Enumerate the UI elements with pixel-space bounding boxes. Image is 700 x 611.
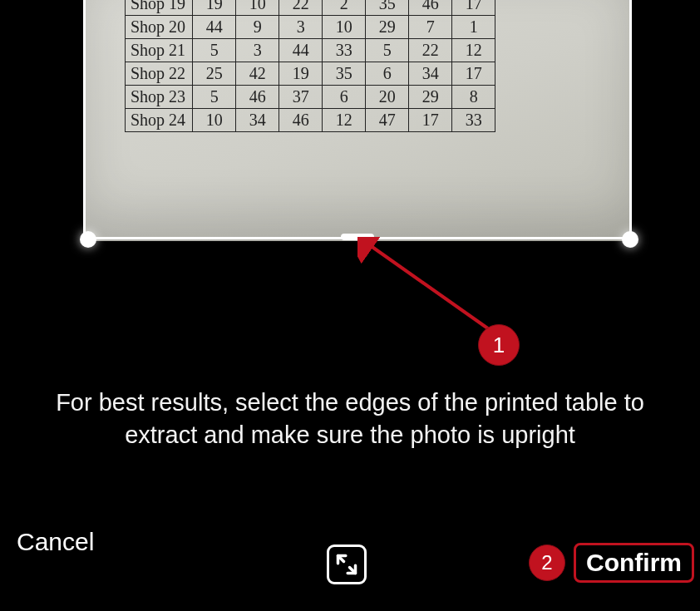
cell: 33 bbox=[323, 39, 366, 62]
cell: 37 bbox=[279, 86, 323, 109]
cell: 19 bbox=[193, 0, 236, 16]
photo-crop-area[interactable]: Shop 19 19 10 22 2 35 46 17 Shop 20 44 9… bbox=[0, 0, 700, 249]
expand-icon bbox=[335, 553, 358, 576]
table-row: Shop 23 5 46 37 6 20 29 8 bbox=[126, 86, 495, 109]
cell: 9 bbox=[236, 16, 279, 39]
cell: 10 bbox=[236, 0, 279, 16]
cell: 7 bbox=[409, 16, 452, 39]
cell: 17 bbox=[452, 0, 495, 16]
table-row: Shop 24 10 34 46 12 47 17 33 bbox=[126, 109, 495, 132]
cell-shop-name: Shop 24 bbox=[126, 109, 193, 132]
cell-shop-name: Shop 19 bbox=[126, 0, 193, 16]
confirm-button[interactable]: Confirm bbox=[574, 543, 694, 583]
scanned-paper: Shop 19 19 10 22 2 35 46 17 Shop 20 44 9… bbox=[83, 0, 632, 241]
cancel-button[interactable]: Cancel bbox=[17, 528, 94, 556]
cell: 8 bbox=[452, 86, 495, 109]
cell: 5 bbox=[193, 86, 236, 109]
cell: 10 bbox=[323, 16, 366, 39]
cell-shop-name: Shop 21 bbox=[126, 39, 193, 62]
cell: 12 bbox=[452, 39, 495, 62]
cell: 35 bbox=[366, 0, 409, 16]
cell: 17 bbox=[409, 109, 452, 132]
crop-handle-corner-br[interactable] bbox=[622, 231, 638, 248]
cell-shop-name: Shop 23 bbox=[126, 86, 193, 109]
annotation-badge-1: 1 bbox=[478, 324, 520, 366]
cell: 44 bbox=[279, 39, 323, 62]
cell: 46 bbox=[236, 86, 279, 109]
cell: 20 bbox=[366, 86, 409, 109]
crop-handle-corner-bl[interactable] bbox=[80, 231, 96, 248]
table-row: Shop 20 44 9 3 10 29 7 1 bbox=[126, 16, 495, 39]
cell: 1 bbox=[452, 16, 495, 39]
instruction-text: For best results, select the edges of th… bbox=[33, 387, 667, 451]
cell: 22 bbox=[409, 39, 452, 62]
cell: 29 bbox=[409, 86, 452, 109]
cell-shop-name: Shop 22 bbox=[126, 62, 193, 86]
cell: 25 bbox=[193, 62, 236, 86]
cell: 17 bbox=[452, 62, 495, 86]
cell: 5 bbox=[193, 39, 236, 62]
cell: 6 bbox=[366, 62, 409, 86]
cell: 10 bbox=[193, 109, 236, 132]
printed-table: Shop 19 19 10 22 2 35 46 17 Shop 20 44 9… bbox=[125, 0, 495, 132]
cell: 46 bbox=[409, 0, 452, 16]
cell: 42 bbox=[236, 62, 279, 86]
cell: 33 bbox=[452, 109, 495, 132]
cell: 35 bbox=[323, 62, 366, 86]
cell: 3 bbox=[279, 16, 323, 39]
cell: 6 bbox=[323, 86, 366, 109]
cell-shop-name: Shop 20 bbox=[126, 16, 193, 39]
cell: 3 bbox=[236, 39, 279, 62]
bottom-toolbar: Cancel 2 Confirm bbox=[0, 544, 700, 594]
table-row: Shop 21 5 3 44 33 5 22 12 bbox=[126, 39, 495, 62]
cell: 2 bbox=[323, 0, 366, 16]
cell: 34 bbox=[409, 62, 452, 86]
table-row: Shop 19 19 10 22 2 35 46 17 bbox=[126, 0, 495, 16]
cell: 34 bbox=[236, 109, 279, 132]
cell: 12 bbox=[323, 109, 366, 132]
crop-handle-edge-bottom[interactable] bbox=[341, 234, 374, 240]
cell: 19 bbox=[279, 62, 323, 86]
cell: 47 bbox=[366, 109, 409, 132]
confirm-group: 2 Confirm bbox=[529, 543, 694, 583]
cell: 5 bbox=[366, 39, 409, 62]
cell: 29 bbox=[366, 16, 409, 39]
annotation-badge-2: 2 bbox=[529, 544, 565, 581]
svg-line-0 bbox=[367, 244, 497, 335]
cell: 22 bbox=[279, 0, 323, 16]
cell: 44 bbox=[193, 16, 236, 39]
table-row: Shop 22 25 42 19 35 6 34 17 bbox=[126, 62, 495, 86]
cell: 46 bbox=[279, 109, 323, 132]
expand-button[interactable] bbox=[327, 544, 367, 584]
